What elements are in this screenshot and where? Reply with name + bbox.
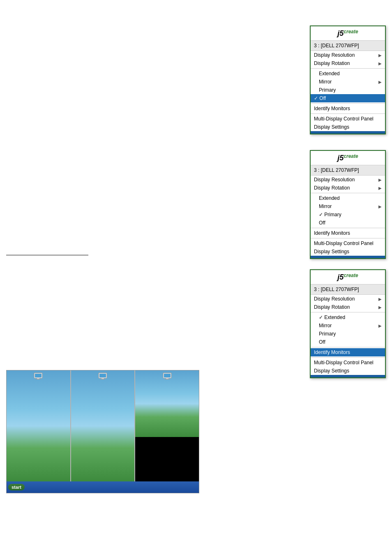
svg-rect-7 <box>100 379 105 379</box>
start-button[interactable]: start <box>8 484 25 490</box>
svg-rect-5 <box>99 374 106 377</box>
menu2-taskbar-strip <box>311 256 385 258</box>
svg-rect-2 <box>37 378 39 379</box>
menu3-display-resolution[interactable]: Display Resolution ▶ <box>311 295 385 303</box>
svg-rect-6 <box>101 378 104 379</box>
menu3-sep2 <box>311 347 385 347</box>
menu1-mirror[interactable]: Mirror ▶ <box>311 78 385 86</box>
menu1-extended[interactable]: Extended <box>311 69 385 78</box>
context-menu-1[interactable]: j5create 3 : [DELL 2707WFP] Display Reso… <box>310 25 386 134</box>
context-menu-3[interactable]: j5create 3 : [DELL 2707WFP] Display Reso… <box>310 269 386 378</box>
menu3-display-settings[interactable]: Display Settings <box>311 367 385 375</box>
svg-rect-3 <box>36 379 41 379</box>
xp-monitor-2 <box>71 370 136 481</box>
arrow-icon: ▶ <box>378 53 382 58</box>
menu2-identify[interactable]: Identify Monitors <box>311 229 385 237</box>
menu2-header: j5create <box>311 151 385 165</box>
menu3-header: j5create <box>311 270 385 284</box>
menu3-brand-create: create <box>344 273 358 278</box>
arrow-icon: ▶ <box>378 204 382 209</box>
menu3-multi-display[interactable]: Multi-Display Control Panel <box>311 358 385 367</box>
menu1-sep2 <box>311 103 385 104</box>
menu3-sep1 <box>311 312 385 312</box>
menu3-extended[interactable]: ✓ Extended <box>311 313 385 321</box>
menu1-sep3 <box>311 113 385 114</box>
menu1-header: j5create <box>311 26 385 41</box>
monitor3-wallpaper-bottom <box>135 437 199 481</box>
arrow-icon: ▶ <box>378 178 382 182</box>
menu2-multi-display[interactable]: Multi-Display Control Panel <box>311 239 385 247</box>
menu3-identify[interactable]: Identify Monitors <box>311 348 385 356</box>
menu2-device: 3 : [DELL 2707WFP] <box>311 165 385 176</box>
menu1-brand-create: create <box>344 29 358 35</box>
arrow-icon: ▶ <box>378 61 382 66</box>
arrow-icon: ▶ <box>378 297 382 301</box>
menu1-multi-display[interactable]: Multi-Display Control Panel <box>311 115 385 123</box>
xp-desktop: start <box>7 370 199 493</box>
menu3-brand-j5: j5 <box>337 273 344 281</box>
menu1-off[interactable]: ✓ Off <box>311 94 385 102</box>
menu2-display-resolution[interactable]: Display Resolution ▶ <box>311 176 385 184</box>
menu1-primary[interactable]: Primary <box>311 86 385 94</box>
menu1-sep1 <box>311 68 385 69</box>
context-menu-2[interactable]: j5create 3 : [DELL 2707WFP] Display Reso… <box>310 150 386 259</box>
svg-rect-1 <box>35 374 42 377</box>
menu2-display-rotation[interactable]: Display Rotation ▶ <box>311 184 385 192</box>
menu2-off[interactable]: Off <box>311 219 385 227</box>
arrow-icon: ▶ <box>378 80 382 84</box>
menu1-identify[interactable]: Identify Monitors <box>311 104 385 113</box>
menu2-mirror[interactable]: Mirror ▶ <box>311 202 385 210</box>
xp-taskbar: start <box>7 481 199 493</box>
menu1-taskbar-strip <box>311 131 385 134</box>
menu3-off[interactable]: Off <box>311 338 385 346</box>
xp-monitor-3 <box>135 370 199 481</box>
menu2-brand-create: create <box>344 153 358 159</box>
menu1-display-settings[interactable]: Display Settings <box>311 123 385 131</box>
menu2-primary[interactable]: ✓ Primary <box>311 210 385 219</box>
menu2-sep3 <box>311 238 385 238</box>
xp-screenshot: start <box>6 370 199 493</box>
menu2-sep2 <box>311 228 385 228</box>
monitor2-wallpaper <box>71 370 135 481</box>
menu3-primary[interactable]: Primary <box>311 330 385 338</box>
menu1-display-resolution[interactable]: Display Resolution ▶ <box>311 51 385 59</box>
menu2-extended[interactable]: Extended <box>311 194 385 202</box>
svg-rect-11 <box>165 379 170 379</box>
arrow-icon: ▶ <box>378 305 382 310</box>
xp-wallpaper <box>7 370 199 481</box>
arrow-icon: ▶ <box>378 186 382 190</box>
menu2-display-settings[interactable]: Display Settings <box>311 247 385 256</box>
xp-monitor-1 <box>7 370 71 481</box>
svg-rect-9 <box>164 374 171 377</box>
menu2-brand-j5: j5 <box>337 154 344 162</box>
menu3-display-rotation[interactable]: Display Rotation ▶ <box>311 303 385 311</box>
arrow-icon: ▶ <box>378 324 382 328</box>
monitor1-wallpaper <box>7 370 70 481</box>
menu1-brand-j5: j5 <box>337 29 344 37</box>
menu2-sep1 <box>311 193 385 193</box>
section-divider <box>6 255 88 255</box>
menu1-display-rotation[interactable]: Display Rotation ▶ <box>311 59 385 67</box>
svg-rect-10 <box>166 378 168 379</box>
menu3-device: 3 : [DELL 2707WFP] <box>311 284 385 295</box>
monitor-icon-2 <box>98 372 107 381</box>
menu3-taskbar-strip <box>311 375 385 377</box>
menu3-sep3 <box>311 357 385 358</box>
monitor-icon-1 <box>34 372 43 381</box>
monitor-icon-3 <box>163 372 172 381</box>
menu1-device: 3 : [DELL 2707WFP] <box>311 41 385 51</box>
menu3-mirror[interactable]: Mirror ▶ <box>311 321 385 330</box>
